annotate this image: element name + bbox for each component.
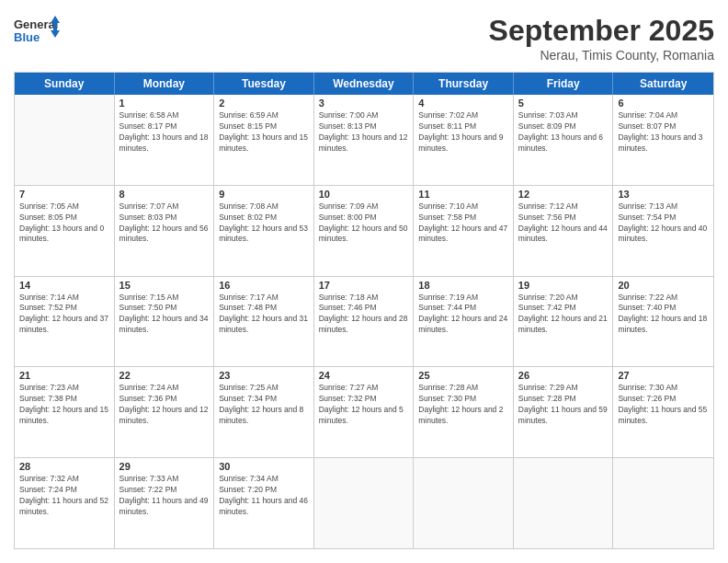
day-info: Sunrise: 7:00 AM Sunset: 8:13 PM Dayligh…: [319, 110, 409, 155]
day-number: 28: [19, 461, 109, 472]
calendar-cell: 14 Sunrise: 7:14 AM Sunset: 7:52 PM Dayl…: [15, 277, 115, 367]
day-number: 23: [219, 370, 309, 381]
day-info: Sunrise: 6:58 AM Sunset: 8:17 PM Dayligh…: [119, 110, 210, 155]
header-day-thursday: Thursday: [414, 73, 514, 95]
day-number: 26: [518, 370, 609, 381]
calendar-cell: 29 Sunrise: 7:33 AM Sunset: 7:22 PM Dayl…: [115, 458, 215, 548]
day-number: 19: [518, 280, 609, 291]
day-number: 14: [19, 280, 109, 291]
day-info: Sunrise: 7:18 AM Sunset: 7:46 PM Dayligh…: [319, 293, 409, 337]
calendar-cell: [15, 95, 115, 185]
day-number: 18: [418, 280, 508, 291]
calendar-cell: 11 Sunrise: 7:10 AM Sunset: 7:58 PM Dayl…: [414, 186, 514, 276]
calendar-cell: 21 Sunrise: 7:23 AM Sunset: 7:38 PM Dayl…: [15, 367, 115, 457]
page: General Blue September 2025 Nerau, Timis…: [0, 0, 728, 563]
day-number: 4: [418, 98, 508, 109]
calendar-cell: [414, 458, 514, 548]
svg-text:General: General: [14, 17, 58, 31]
header-day-saturday: Saturday: [613, 73, 713, 95]
calendar-cell: 20 Sunrise: 7:22 AM Sunset: 7:40 PM Dayl…: [613, 277, 713, 367]
calendar-cell: 24 Sunrise: 7:27 AM Sunset: 7:32 PM Dayl…: [314, 367, 415, 457]
calendar-cell: 2 Sunrise: 6:59 AM Sunset: 8:15 PM Dayli…: [214, 95, 314, 185]
day-info: Sunrise: 7:05 AM Sunset: 8:05 PM Dayligh…: [19, 201, 109, 246]
day-info: Sunrise: 7:13 AM Sunset: 7:54 PM Dayligh…: [618, 201, 709, 246]
calendar-cell: 28 Sunrise: 7:32 AM Sunset: 7:24 PM Dayl…: [15, 458, 115, 548]
day-info: Sunrise: 7:33 AM Sunset: 7:22 PM Dayligh…: [119, 474, 210, 518]
day-info: Sunrise: 7:20 AM Sunset: 7:42 PM Dayligh…: [518, 293, 609, 337]
calendar-cell: 16 Sunrise: 7:17 AM Sunset: 7:48 PM Dayl…: [214, 277, 314, 367]
calendar-cell: 6 Sunrise: 7:04 AM Sunset: 8:07 PM Dayli…: [613, 95, 713, 185]
day-info: Sunrise: 7:22 AM Sunset: 7:40 PM Dayligh…: [618, 293, 709, 337]
calendar-cell: 22 Sunrise: 7:24 AM Sunset: 7:36 PM Dayl…: [115, 367, 215, 457]
logo-svg: General Blue: [14, 14, 60, 51]
day-info: Sunrise: 7:23 AM Sunset: 7:38 PM Dayligh…: [19, 383, 109, 427]
subtitle: Nerau, Timis County, Romania: [489, 48, 714, 63]
day-number: 5: [518, 98, 609, 109]
calendar-cell: 8 Sunrise: 7:07 AM Sunset: 8:03 PM Dayli…: [115, 186, 215, 276]
title-section: September 2025 Nerau, Timis County, Roma…: [489, 14, 714, 63]
day-number: 27: [618, 370, 709, 381]
day-info: Sunrise: 7:03 AM Sunset: 8:09 PM Dayligh…: [518, 110, 609, 155]
calendar-cell: 15 Sunrise: 7:15 AM Sunset: 7:50 PM Dayl…: [115, 277, 215, 367]
day-number: 22: [119, 370, 210, 381]
calendar-week-1: 1 Sunrise: 6:58 AM Sunset: 8:17 PM Dayli…: [15, 95, 713, 186]
month-title: September 2025: [489, 14, 714, 48]
calendar-cell: 25 Sunrise: 7:28 AM Sunset: 7:30 PM Dayl…: [414, 367, 514, 457]
day-info: Sunrise: 7:25 AM Sunset: 7:34 PM Dayligh…: [219, 383, 309, 427]
svg-text:Blue: Blue: [14, 30, 40, 44]
day-info: Sunrise: 7:28 AM Sunset: 7:30 PM Dayligh…: [418, 383, 508, 427]
day-number: 6: [618, 98, 709, 109]
day-info: Sunrise: 7:10 AM Sunset: 7:58 PM Dayligh…: [418, 201, 508, 246]
logo: General Blue: [14, 14, 60, 51]
day-number: 2: [219, 98, 309, 109]
day-info: Sunrise: 7:02 AM Sunset: 8:11 PM Dayligh…: [418, 110, 508, 155]
calendar-header: SundayMondayTuesdayWednesdayThursdayFrid…: [15, 73, 713, 95]
calendar-cell: 7 Sunrise: 7:05 AM Sunset: 8:05 PM Dayli…: [15, 186, 115, 276]
day-info: Sunrise: 7:14 AM Sunset: 7:52 PM Dayligh…: [19, 293, 109, 337]
day-number: 17: [319, 280, 409, 291]
day-number: 16: [219, 280, 309, 291]
calendar-cell: 17 Sunrise: 7:18 AM Sunset: 7:46 PM Dayl…: [314, 277, 415, 367]
calendar-cell: [314, 458, 415, 548]
day-number: 25: [418, 370, 508, 381]
day-number: 29: [119, 461, 210, 472]
calendar-cell: 9 Sunrise: 7:08 AM Sunset: 8:02 PM Dayli…: [214, 186, 314, 276]
calendar-cell: [514, 458, 614, 548]
day-info: Sunrise: 7:09 AM Sunset: 8:00 PM Dayligh…: [319, 201, 409, 246]
day-number: 7: [19, 189, 109, 200]
header-day-friday: Friday: [514, 73, 614, 95]
day-info: Sunrise: 7:30 AM Sunset: 7:26 PM Dayligh…: [618, 383, 709, 427]
day-number: 9: [219, 189, 309, 200]
calendar-cell: 30 Sunrise: 7:34 AM Sunset: 7:20 PM Dayl…: [214, 458, 314, 548]
calendar-cell: 23 Sunrise: 7:25 AM Sunset: 7:34 PM Dayl…: [214, 367, 314, 457]
calendar-cell: 3 Sunrise: 7:00 AM Sunset: 8:13 PM Dayli…: [314, 95, 415, 185]
header-day-sunday: Sunday: [15, 73, 115, 95]
calendar-cell: 27 Sunrise: 7:30 AM Sunset: 7:26 PM Dayl…: [613, 367, 713, 457]
header: General Blue September 2025 Nerau, Timis…: [14, 14, 714, 63]
day-info: Sunrise: 7:32 AM Sunset: 7:24 PM Dayligh…: [19, 474, 109, 518]
day-number: 21: [19, 370, 109, 381]
day-info: Sunrise: 7:34 AM Sunset: 7:20 PM Dayligh…: [219, 474, 309, 518]
calendar-week-5: 28 Sunrise: 7:32 AM Sunset: 7:24 PM Dayl…: [15, 458, 713, 548]
day-number: 20: [618, 280, 709, 291]
header-day-monday: Monday: [115, 73, 215, 95]
day-info: Sunrise: 7:12 AM Sunset: 7:56 PM Dayligh…: [518, 201, 609, 246]
calendar-cell: 4 Sunrise: 7:02 AM Sunset: 8:11 PM Dayli…: [414, 95, 514, 185]
calendar-week-3: 14 Sunrise: 7:14 AM Sunset: 7:52 PM Dayl…: [15, 277, 713, 368]
day-number: 12: [518, 189, 609, 200]
day-info: Sunrise: 7:29 AM Sunset: 7:28 PM Dayligh…: [518, 383, 609, 427]
day-number: 11: [418, 189, 508, 200]
calendar-body: 1 Sunrise: 6:58 AM Sunset: 8:17 PM Dayli…: [15, 95, 713, 548]
calendar-cell: 19 Sunrise: 7:20 AM Sunset: 7:42 PM Dayl…: [514, 277, 614, 367]
day-number: 30: [219, 461, 309, 472]
calendar-cell: 18 Sunrise: 7:19 AM Sunset: 7:44 PM Dayl…: [414, 277, 514, 367]
day-info: Sunrise: 7:17 AM Sunset: 7:48 PM Dayligh…: [219, 293, 309, 337]
header-day-tuesday: Tuesday: [214, 73, 314, 95]
day-info: Sunrise: 7:08 AM Sunset: 8:02 PM Dayligh…: [219, 201, 309, 246]
day-number: 24: [319, 370, 409, 381]
day-info: Sunrise: 6:59 AM Sunset: 8:15 PM Dayligh…: [219, 110, 309, 155]
day-info: Sunrise: 7:24 AM Sunset: 7:36 PM Dayligh…: [119, 383, 210, 427]
day-number: 15: [119, 280, 210, 291]
calendar-cell: 26 Sunrise: 7:29 AM Sunset: 7:28 PM Dayl…: [514, 367, 614, 457]
day-info: Sunrise: 7:04 AM Sunset: 8:07 PM Dayligh…: [618, 110, 709, 155]
